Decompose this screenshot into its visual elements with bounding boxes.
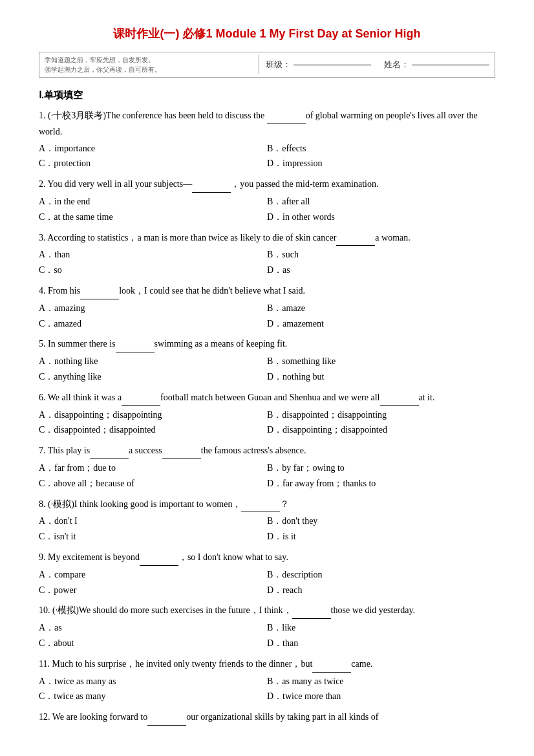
q9-option-c: C．power xyxy=(39,583,267,598)
q4-options: A．amazing B．amaze C．amazed D．amazement xyxy=(39,301,495,332)
info-box: 学知道题之前，牢应先想，自发所发。 强学起潮力之后，你父再读，自可所有。 班级：… xyxy=(39,52,495,78)
q6-options: A．disappointing；disappointing B．disappoi… xyxy=(39,407,495,438)
q10-option-b: B．like xyxy=(267,620,495,636)
q10-text: We should do more such exercises in the … xyxy=(79,605,415,615)
question-3: 3. According to statistics，a man is more… xyxy=(39,230,495,278)
q5-option-a: A．nothing like xyxy=(39,354,267,369)
question-5: 5. In summer there is swimming as a mean… xyxy=(39,336,495,384)
q9-number: 9. xyxy=(39,552,48,562)
q5-text: In summer there is swimming as a means o… xyxy=(48,339,287,349)
q3-option-b: B．such xyxy=(267,247,495,263)
info-right-fields: 班级： 姓名： xyxy=(266,59,489,70)
q8-options: A．don't I B．don't they C．isn't it D．is i… xyxy=(39,513,495,545)
question-1: 1. (·十校3月联考)The conference has been held… xyxy=(39,108,495,171)
q11-number: 11. xyxy=(39,659,52,669)
q1-option-b: B．effects xyxy=(267,141,495,157)
q6-text: We all think it was a football match bet… xyxy=(48,393,435,402)
info-left-text: 学知道题之前，牢应先想，自发所发。 强学起潮力之后，你父再读，自可所有。 xyxy=(45,55,259,74)
q1-option-c: C．protection xyxy=(39,156,267,171)
q4-option-d: D．amazement xyxy=(267,316,495,332)
q10-option-c: C．about xyxy=(39,636,267,651)
q2-option-c: C．at the same time xyxy=(39,210,267,225)
q4-text: From his look，I could see that he didn't… xyxy=(48,286,305,296)
q10-option-a: A．as xyxy=(39,620,267,636)
q11-options: A．twice as many as B．as many as twice C．… xyxy=(39,674,495,705)
q8-option-a: A．don't I xyxy=(39,513,267,529)
q5-number: 5. xyxy=(39,339,48,349)
q11-option-d: D．twice more than xyxy=(267,689,495,704)
q11-text: Much to his surprise，he invited only twe… xyxy=(52,659,372,669)
q8-option-c: C．isn't it xyxy=(39,529,267,545)
question-8: 8. (·模拟)I think looking good is importan… xyxy=(39,497,495,545)
q9-options: A．compare B．description C．power D．reach xyxy=(39,567,495,598)
name-field: 姓名： xyxy=(384,59,489,70)
q8-prefix: (·模拟) xyxy=(48,499,74,509)
q10-number: 10. xyxy=(39,605,52,615)
q6-option-d: D．disappointing；disappointed xyxy=(267,422,495,438)
q1-option-a: A．importance xyxy=(39,141,267,157)
q10-option-d: D．than xyxy=(267,636,495,651)
q4-option-c: C．amazed xyxy=(39,316,267,332)
q6-option-b: B．disappointed；disappointing xyxy=(267,407,495,423)
q9-option-d: D．reach xyxy=(267,583,495,598)
question-11: 11. Much to his surprise，he invited only… xyxy=(39,656,495,704)
q1-options: A．importance B．effects C．protection D．im… xyxy=(39,141,495,172)
page-title: 课时作业(一) 必修1 Module 1 My First Day at Sen… xyxy=(39,26,495,41)
q1-prefix: (·十校3月联考) xyxy=(48,111,106,120)
question-4: 4. From his look，I could see that he did… xyxy=(39,283,495,331)
q3-number: 3. xyxy=(39,233,47,243)
q2-option-d: D．in other words xyxy=(267,210,495,225)
q2-text: You did very well in all your subjects— … xyxy=(47,179,378,189)
q8-option-b: B．don't they xyxy=(267,513,495,529)
q12-number: 12. xyxy=(39,712,52,722)
q6-option-a: A．disappointing；disappointing xyxy=(39,407,267,423)
q3-options: A．than B．such C．so D．as xyxy=(39,247,495,278)
q7-option-a: A．far from；due to xyxy=(39,460,267,476)
q9-text: My excitement is beyond ，so I don't know… xyxy=(48,552,288,562)
q4-option-b: B．amaze xyxy=(267,301,495,316)
question-6: 6. We all think it was a football match … xyxy=(39,390,495,438)
q10-options: A．as B．like C．about D．than xyxy=(39,620,495,651)
q7-option-b: B．by far；owing to xyxy=(267,460,495,476)
class-field: 班级： xyxy=(266,59,371,70)
q5-options: A．nothing like B．something like C．anythi… xyxy=(39,354,495,385)
q5-option-b: B．something like xyxy=(267,354,495,369)
q7-option-c: C．above all；because of xyxy=(39,476,267,491)
q2-number: 2. xyxy=(39,179,47,189)
q9-option-b: B．description xyxy=(267,567,495,583)
section1-title: Ⅰ.单项填空 xyxy=(39,89,495,102)
question-9: 9. My excitement is beyond ，so I don't k… xyxy=(39,550,495,598)
q7-options: A．far from；due to B．by far；owing to C．ab… xyxy=(39,460,495,491)
q4-option-a: A．amazing xyxy=(39,301,267,316)
q6-option-c: C．disappointed；disappointed xyxy=(39,422,267,438)
q7-number: 7. xyxy=(39,446,48,455)
q7-option-d: D．far away from；thanks to xyxy=(267,476,495,491)
q2-options: A．in the end B．after all C．at the same t… xyxy=(39,194,495,225)
q11-option-c: C．twice as many xyxy=(39,689,267,704)
q7-text: This play is a success the famous actres… xyxy=(48,446,306,455)
q2-option-b: B．after all xyxy=(267,194,495,210)
q8-number: 8. xyxy=(39,499,48,509)
q12-text: We are looking forward to our organizati… xyxy=(52,712,379,722)
q11-option-b: B．as many as twice xyxy=(267,674,495,689)
q8-option-d: D．is it xyxy=(267,529,495,545)
q3-text: According to statistics，a man is more th… xyxy=(47,233,411,243)
q9-option-a: A．compare xyxy=(39,567,267,583)
question-2: 2. You did very well in all your subject… xyxy=(39,177,495,224)
q3-option-c: C．so xyxy=(39,263,267,278)
q1-option-d: D．impression xyxy=(267,156,495,171)
q1-number: 1. xyxy=(39,111,48,120)
q10-prefix: (·模拟) xyxy=(52,605,79,615)
question-7: 7. This play is a success the famous act… xyxy=(39,443,495,491)
q8-text: I think looking good is important to wom… xyxy=(74,499,290,509)
q3-option-d: D．as xyxy=(267,263,495,278)
q4-number: 4. xyxy=(39,286,48,296)
q2-option-a: A．in the end xyxy=(39,194,267,210)
q5-option-c: C．anything like xyxy=(39,369,267,385)
question-12: 12. We are looking forward to our organi… xyxy=(39,709,495,726)
q5-option-d: D．nothing but xyxy=(267,369,495,385)
question-10: 10. (·模拟)We should do more such exercise… xyxy=(39,603,495,651)
q6-number: 6. xyxy=(39,393,48,402)
q3-option-a: A．than xyxy=(39,247,267,263)
q11-option-a: A．twice as many as xyxy=(39,674,267,689)
